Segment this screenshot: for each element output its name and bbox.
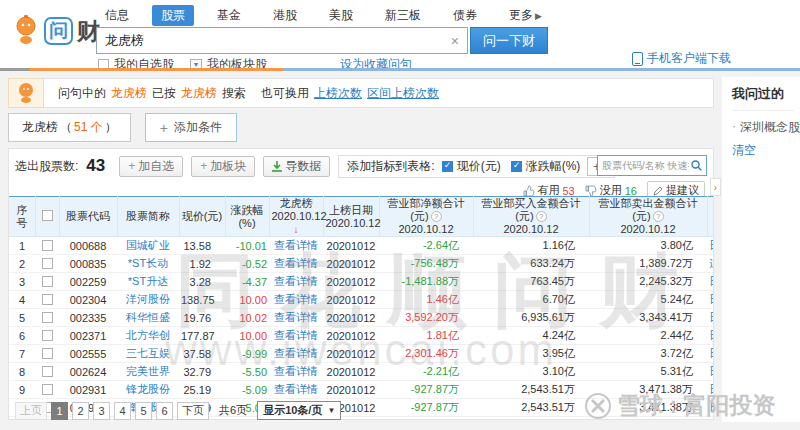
reason-link[interactable]: 日涨幅偏 bbox=[709, 311, 713, 323]
tab-7[interactable]: 债券 bbox=[444, 5, 486, 26]
cell-change: 10.00 bbox=[225, 291, 269, 309]
stock-name-link[interactable]: 洋河股份 bbox=[126, 293, 170, 305]
reason-link[interactable]: 连续三个 bbox=[709, 257, 713, 269]
page-button-6[interactable]: 6 bbox=[156, 402, 173, 420]
col-header-9[interactable]: 营业部净额合计(元)?2020.10.12 bbox=[379, 197, 473, 237]
alt-link-range-times[interactable]: 区间上榜次数 bbox=[367, 85, 439, 102]
row-checkbox[interactable] bbox=[42, 312, 53, 323]
page-button-4[interactable]: 4 bbox=[114, 402, 131, 420]
indicator-item-2[interactable]: 涨跌幅(%) bbox=[511, 158, 581, 175]
prev-page-button[interactable]: 上页 bbox=[15, 402, 47, 420]
page-button-3[interactable]: 3 bbox=[93, 402, 110, 420]
indicator-checkbox[interactable] bbox=[442, 161, 453, 172]
view-detail-link[interactable]: 查看详情 bbox=[274, 239, 318, 251]
next-page-button[interactable]: 下页 bbox=[177, 402, 209, 420]
reason-link[interactable]: 日涨幅偏 bbox=[709, 329, 713, 341]
wencai-logo[interactable]: 问 财 bbox=[10, 14, 100, 48]
view-detail-link[interactable]: 查看详情 bbox=[274, 383, 318, 395]
cell-checkbox bbox=[35, 273, 59, 291]
row-checkbox[interactable] bbox=[42, 384, 53, 395]
sort-desc-icon[interactable]: ↓ bbox=[294, 224, 299, 235]
reason-link[interactable]: 日涨幅偏 bbox=[709, 293, 713, 305]
col-header-4[interactable]: 股票简称 bbox=[117, 197, 179, 237]
tab-6[interactable]: 新三板 bbox=[376, 5, 430, 26]
reason-link[interactable]: 日振幅值 bbox=[709, 383, 713, 395]
row-checkbox[interactable] bbox=[42, 330, 53, 341]
col-header-5[interactable]: 现价(元) bbox=[179, 197, 225, 237]
cell-sell-amount: 3.72亿 bbox=[589, 345, 707, 363]
page-size-select[interactable]: 显示10条/页 ▼ bbox=[257, 401, 341, 420]
tab-1[interactable]: 信息 bbox=[96, 5, 138, 26]
stock-name-link[interactable]: *ST长动 bbox=[128, 257, 168, 269]
tab-4[interactable]: 港股 bbox=[264, 5, 306, 26]
cell-checkbox bbox=[35, 309, 59, 327]
col-header-12[interactable] bbox=[707, 197, 713, 237]
add-watchlist-button[interactable]: + 加自选 bbox=[119, 156, 183, 177]
tab-3[interactable]: 基金 bbox=[208, 5, 250, 26]
row-checkbox[interactable] bbox=[42, 276, 53, 287]
view-detail-link[interactable]: 查看详情 bbox=[274, 329, 318, 341]
tab-5[interactable]: 美股 bbox=[320, 5, 362, 26]
alt-link-times[interactable]: 上榜次数 bbox=[314, 85, 362, 102]
view-detail-link[interactable]: 查看详情 bbox=[274, 311, 318, 323]
question-input[interactable]: 龙虎榜 × bbox=[96, 27, 468, 54]
condition-tag[interactable]: 龙虎榜 （ 51 个 ） bbox=[8, 113, 131, 142]
reason-link[interactable]: 日跌幅偏 bbox=[709, 365, 713, 377]
cell-list-date: 20201012 bbox=[323, 363, 379, 381]
reason-link[interactable]: 日换手率 bbox=[709, 401, 713, 413]
view-detail-link[interactable]: 查看详情 bbox=[274, 257, 318, 269]
help-icon[interactable]: ? bbox=[653, 211, 664, 222]
ask-button[interactable]: 问一下财 bbox=[470, 27, 548, 54]
export-data-button[interactable]: 导数据 bbox=[263, 156, 330, 177]
col-header-8[interactable]: 上榜日期2020.10.12 bbox=[323, 197, 379, 237]
stock-name-link[interactable]: 完美世界 bbox=[126, 365, 170, 377]
row-checkbox[interactable] bbox=[42, 366, 53, 377]
paren: （ bbox=[60, 119, 72, 136]
col-header-7[interactable]: 龙虎榜2020.10.12 ↓ bbox=[269, 197, 323, 237]
help-icon[interactable]: ? bbox=[431, 211, 442, 222]
tab-2[interactable]: 股票 bbox=[152, 5, 194, 26]
view-detail-link[interactable]: 查看详情 bbox=[274, 347, 318, 359]
reason-link[interactable]: 日跌幅偏 bbox=[709, 347, 713, 359]
stock-name-link[interactable]: 国城矿业 bbox=[126, 239, 170, 251]
sidebar-collapse-handle[interactable]: › bbox=[710, 178, 721, 196]
col-header-11[interactable]: 营业部卖出金额合计(元)?2020.10.12 bbox=[589, 197, 707, 237]
col-header-2[interactable] bbox=[35, 197, 59, 237]
col-header-3[interactable]: 股票代码 bbox=[59, 197, 117, 237]
stock-name-link[interactable]: 科华恒盛 bbox=[126, 311, 170, 323]
col-header-1[interactable]: 序号 bbox=[9, 197, 35, 237]
add-condition-button[interactable]: + 添加条件 bbox=[145, 113, 237, 142]
tab-8[interactable]: 更多▶ bbox=[500, 5, 551, 26]
cell-net-amount: -756.48万 bbox=[379, 255, 473, 273]
stock-name-link[interactable]: 三七互娱 bbox=[126, 347, 170, 359]
clear-history-link[interactable]: 清空 bbox=[732, 142, 800, 159]
stock-name-link[interactable]: 北方华创 bbox=[126, 329, 170, 341]
row-checkbox[interactable] bbox=[42, 294, 53, 305]
view-detail-link[interactable]: 查看详情 bbox=[274, 293, 318, 305]
clear-icon[interactable]: × bbox=[451, 33, 459, 49]
reason-link[interactable]: 日跌幅偏 bbox=[709, 275, 713, 287]
add-board-button[interactable]: + 加板块 bbox=[191, 156, 255, 177]
row-checkbox[interactable] bbox=[42, 258, 53, 269]
stock-name-link[interactable]: 锋龙股份 bbox=[126, 383, 170, 395]
history-item[interactable]: · 深圳概念股 bbox=[732, 119, 800, 136]
help-icon[interactable]: ? bbox=[536, 211, 547, 222]
view-detail-link[interactable]: 查看详情 bbox=[274, 275, 318, 287]
row-checkbox[interactable] bbox=[42, 348, 53, 359]
reason-link[interactable]: 日跌幅偏 bbox=[709, 239, 713, 251]
row-checkbox[interactable] bbox=[42, 240, 53, 251]
col-header-10[interactable]: 营业部买入金额合计(元)?2020.10.12 bbox=[473, 197, 589, 237]
cell-price: 13.58 bbox=[179, 237, 225, 255]
col-header-6[interactable]: 涨跌幅(%) bbox=[225, 197, 269, 237]
quick-search-input[interactable]: 股票代码/名称 快速搜 bbox=[597, 155, 707, 176]
indicator-item-1[interactable]: 现价(元) bbox=[442, 158, 501, 175]
view-detail-link[interactable]: 查看详情 bbox=[274, 365, 318, 377]
stock-name-link[interactable]: *ST升达 bbox=[128, 275, 168, 287]
page-button-5[interactable]: 5 bbox=[135, 402, 152, 420]
page-button-1[interactable]: 1 bbox=[51, 402, 68, 420]
search-icon[interactable] bbox=[691, 160, 702, 171]
page-button-2[interactable]: 2 bbox=[72, 402, 89, 420]
select-all-checkbox[interactable] bbox=[42, 210, 53, 221]
mobile-download-link[interactable]: 手机客户端下载 bbox=[632, 50, 731, 67]
indicator-checkbox[interactable] bbox=[511, 161, 522, 172]
